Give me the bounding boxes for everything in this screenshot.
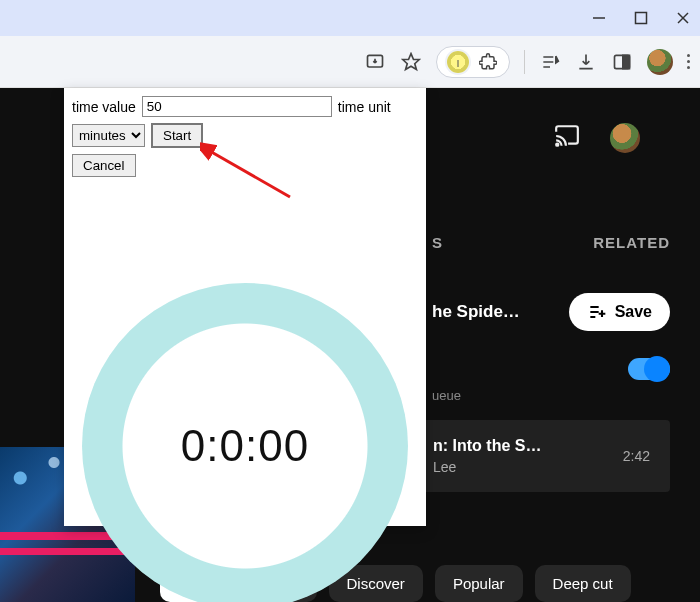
timer-display: 0:0:00 [181,421,309,471]
install-app-icon[interactable] [364,51,386,73]
star-icon[interactable] [400,51,422,73]
extensions-pill [436,46,510,78]
timer-popup: time value time unit minutes Start Cance… [64,88,426,526]
track-title: n: Into the S… [433,437,541,455]
downloads-icon[interactable] [575,51,597,73]
profile-avatar[interactable] [647,49,673,75]
extensions-icon[interactable] [477,51,499,73]
save-button-label: Save [615,303,652,321]
browser-toolbar [0,36,700,88]
chip-popular[interactable]: Popular [435,565,523,602]
maximize-button[interactable] [634,11,648,25]
time-value-label: time value [72,99,136,115]
cast-icon[interactable] [554,123,580,153]
track-row[interactable]: n: Into the S… Lee 2:42 [415,420,670,492]
timer-extension-icon[interactable] [447,51,469,73]
track-duration: 2:42 [623,448,650,464]
cancel-button[interactable]: Cancel [72,154,136,177]
media-control-icon[interactable] [539,51,561,73]
close-button[interactable] [676,11,690,25]
time-value-input[interactable] [142,96,332,117]
save-button[interactable]: Save [569,293,670,331]
autoplay-toggle[interactable] [628,358,670,380]
start-button[interactable]: Start [151,123,203,148]
time-unit-label: time unit [338,99,391,115]
left-tab-partial[interactable]: S [432,234,443,251]
track-info: n: Into the S… Lee [433,437,541,475]
sidepanel-icon[interactable] [611,51,633,73]
queue-label: ueue [432,388,461,403]
svg-rect-7 [623,55,630,68]
time-unit-select[interactable]: minutes [72,124,145,147]
toolbar-separator [524,50,525,74]
title-row: he Spide… Save [432,293,670,331]
browser-menu-icon[interactable] [687,54,690,69]
video-title-partial: he Spide… [432,302,520,322]
svg-rect-1 [636,13,647,24]
minimize-button[interactable] [592,11,606,25]
chip-deepcuts[interactable]: Deep cut [535,565,631,602]
content-header-right [554,123,640,153]
svg-point-8 [556,144,558,146]
svg-marker-5 [403,53,420,69]
track-artist: Lee [433,459,541,475]
user-avatar[interactable] [610,123,640,153]
window-title-bar [0,0,700,36]
related-tab[interactable]: RELATED [593,234,670,251]
related-header: S RELATED [432,234,670,251]
autoplay-row [432,358,670,380]
timer-ring: 0:0:00 [82,283,408,602]
